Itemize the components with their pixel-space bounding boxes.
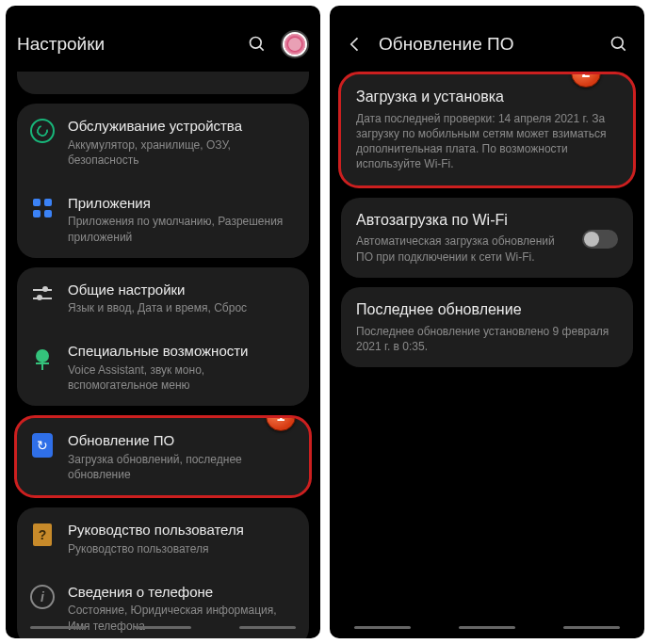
item-title: Приложения bbox=[68, 194, 296, 213]
guide-icon: ? bbox=[33, 523, 52, 546]
sliders-icon bbox=[33, 286, 52, 303]
item-title: Руководство пользователя bbox=[68, 521, 296, 539]
software-update-screen: Обновление ПО 2 Загрузка и установка Дат… bbox=[330, 6, 644, 638]
item-title: Обслуживание устройства bbox=[68, 117, 296, 136]
apps-icon bbox=[33, 199, 52, 217]
nav-bar bbox=[6, 620, 320, 635]
nav-back[interactable] bbox=[239, 626, 296, 629]
item-subtitle: Дата последней проверки: 14 апреля 2021 … bbox=[356, 111, 618, 172]
svg-point-0 bbox=[251, 38, 262, 49]
last-update[interactable]: Последнее обновление Последнее обновлени… bbox=[341, 287, 633, 367]
settings-item-apps[interactable]: Приложения Приложения по умолчанию, Разр… bbox=[17, 181, 309, 258]
item-subtitle: Руководство пользователя bbox=[68, 541, 296, 556]
update-header: Обновление ПО bbox=[330, 23, 644, 66]
item-subtitle: Язык и ввод, Дата и время, Сброс bbox=[68, 300, 296, 315]
nav-recent[interactable] bbox=[30, 626, 87, 629]
status-bar bbox=[330, 6, 644, 23]
update-icon: ↻ bbox=[32, 433, 53, 458]
status-bar bbox=[6, 6, 320, 23]
general-access-group: Общие настройки Язык и ввод, Дата и врем… bbox=[17, 267, 309, 407]
download-install-highlighted: 2 Загрузка и установка Дата последней пр… bbox=[338, 72, 636, 188]
settings-screen: Настройки Обслуживание устройства Аккуму… bbox=[6, 6, 320, 638]
svg-line-1 bbox=[260, 47, 264, 51]
item-subtitle: Приложения по умолчанию, Разрешения прил… bbox=[68, 214, 296, 244]
settings-header: Настройки bbox=[6, 23, 320, 66]
item-subtitle: Последнее обновление установлено 9 февра… bbox=[356, 324, 618, 354]
auto-download-wifi[interactable]: Автозагрузка по Wi-Fi Автоматическая заг… bbox=[341, 198, 633, 278]
last-update-card: Последнее обновление Последнее обновлени… bbox=[341, 287, 633, 367]
item-subtitle: Voice Assistant, звук моно, вспомогатель… bbox=[68, 362, 296, 393]
item-title: Загрузка и установка bbox=[356, 88, 618, 107]
item-title: Общие настройки bbox=[68, 281, 296, 299]
nav-bar bbox=[330, 620, 644, 635]
profile-avatar[interactable] bbox=[281, 30, 309, 58]
svg-line-3 bbox=[622, 47, 626, 51]
page-title: Настройки bbox=[17, 34, 234, 55]
partial-card-top bbox=[17, 72, 309, 94]
auto-download-toggle[interactable] bbox=[582, 230, 618, 249]
search-button[interactable] bbox=[243, 30, 271, 58]
nav-home[interactable] bbox=[135, 626, 191, 629]
info-icon: i bbox=[30, 585, 55, 609]
search-icon bbox=[609, 35, 628, 54]
download-and-install[interactable]: Загрузка и установка Дата последней пров… bbox=[341, 74, 633, 185]
nav-back[interactable] bbox=[563, 626, 620, 629]
item-title: Автозагрузка по Wi-Fi bbox=[356, 211, 573, 231]
device-care-icon bbox=[30, 119, 55, 143]
software-update-group-highlighted: 1 ↻ Обновление ПО Загрузка обновлений, п… bbox=[14, 415, 312, 498]
settings-item-accessibility[interactable]: Специальные возможности Voice Assistant,… bbox=[17, 329, 309, 406]
item-title: Специальные возможности bbox=[68, 342, 296, 361]
search-icon bbox=[248, 35, 267, 54]
item-title: Сведения о телефоне bbox=[68, 583, 296, 602]
item-subtitle: Загрузка обновлений, последнее обновлени… bbox=[68, 452, 296, 482]
nav-recent[interactable] bbox=[354, 626, 411, 629]
back-button[interactable] bbox=[341, 30, 369, 58]
device-apps-group: Обслуживание устройства Аккумулятор, хра… bbox=[17, 104, 309, 258]
svg-point-2 bbox=[612, 38, 624, 49]
accessibility-icon bbox=[36, 349, 49, 362]
item-subtitle: Аккумулятор, хранилище, ОЗУ, безопасност… bbox=[68, 137, 296, 168]
chevron-left-icon bbox=[346, 35, 365, 54]
settings-item-user-guide[interactable]: ? Руководство пользователя Руководство п… bbox=[17, 507, 309, 570]
item-title: Обновление ПО bbox=[68, 431, 296, 450]
settings-item-software-update[interactable]: ↻ Обновление ПО Загрузка обновлений, пос… bbox=[17, 418, 309, 495]
settings-item-device-care[interactable]: Обслуживание устройства Аккумулятор, хра… bbox=[17, 104, 309, 181]
item-subtitle: Автоматическая загрузка обновлений ПО пр… bbox=[356, 233, 573, 264]
page-title: Обновление ПО bbox=[379, 34, 595, 55]
item-title: Последнее обновление bbox=[356, 300, 618, 320]
settings-item-general[interactable]: Общие настройки Язык и ввод, Дата и врем… bbox=[17, 267, 309, 330]
search-button[interactable] bbox=[605, 30, 633, 58]
nav-home[interactable] bbox=[459, 626, 515, 629]
auto-download-card: Автозагрузка по Wi-Fi Автоматическая заг… bbox=[341, 198, 633, 278]
